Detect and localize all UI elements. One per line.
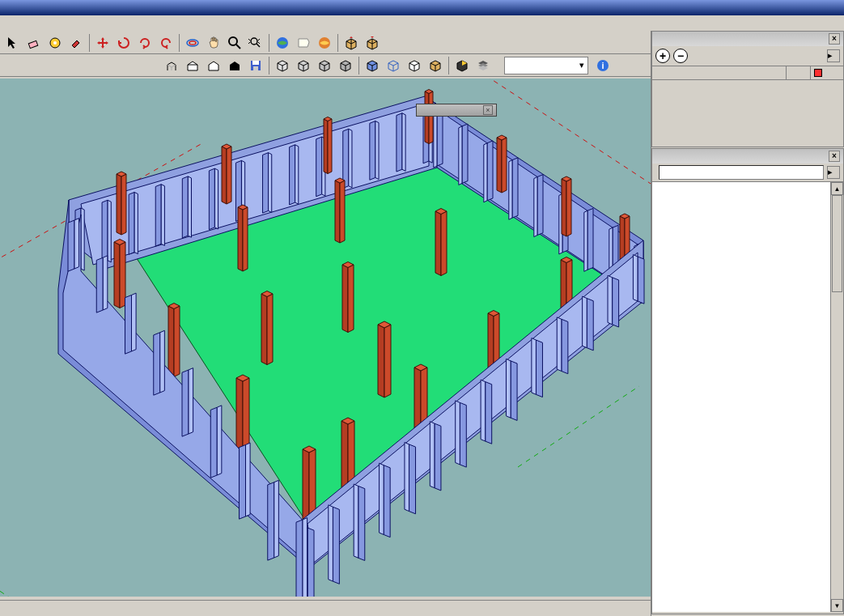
outliner-filter-row: ▸	[652, 164, 843, 181]
tool-zoom[interactable]	[225, 33, 244, 53]
style-hidden[interactable]	[204, 56, 223, 75]
svg-point-4	[189, 41, 196, 45]
style-shaded[interactable]	[225, 56, 244, 75]
svg-rect-13	[253, 66, 258, 70]
layer-selector[interactable]: ▾	[504, 57, 588, 74]
view-right[interactable]	[426, 56, 445, 75]
remove-layer-button[interactable]: −	[673, 49, 688, 63]
svg-line-8	[257, 44, 260, 47]
tool-orbit-cw[interactable]	[135, 33, 155, 53]
svg-line-19	[518, 386, 639, 467]
layer-select-input[interactable]	[511, 61, 576, 70]
style-wire[interactable]	[183, 56, 202, 75]
status-bar	[0, 600, 651, 616]
entity-info-panel[interactable]: ×	[416, 104, 497, 117]
layers-toolbar: + − ▸	[652, 46, 843, 66]
tool-zoom-extents[interactable]	[246, 33, 265, 53]
outliner-menu-button[interactable]: ▸	[827, 166, 840, 179]
separator	[269, 34, 269, 52]
right-sidebar: × + − ▸ × ▸ ▲	[651, 31, 844, 616]
tool-eraser[interactable]	[24, 33, 44, 53]
separator	[358, 57, 359, 74]
svg-point-2	[53, 41, 57, 45]
tool-tape[interactable]	[45, 33, 65, 53]
close-icon[interactable]: ×	[829, 151, 840, 162]
tool-paint[interactable]	[66, 33, 86, 53]
svg-line-18	[0, 564, 105, 597]
outliner-tree[interactable]: ▲ ▼	[652, 181, 843, 612]
outliner-panel: × ▸ ▲ ▼	[651, 148, 844, 614]
tool-pan[interactable]	[204, 33, 223, 53]
svg-point-5	[229, 37, 237, 45]
svg-point-3	[187, 40, 198, 46]
close-icon[interactable]: ×	[483, 105, 493, 115]
svg-point-7	[251, 38, 257, 45]
layers-header[interactable]	[652, 66, 843, 80]
menu-bar	[0, 15, 844, 32]
separator	[269, 57, 269, 74]
menu-window[interactable]	[26, 22, 36, 25]
menu-help[interactable]	[37, 22, 47, 25]
layers-header-visible[interactable]	[787, 66, 811, 79]
view-iso1[interactable]	[273, 56, 292, 75]
tool-pointer[interactable]	[3, 33, 23, 53]
svg-line-6	[236, 45, 240, 49]
view-iso3[interactable]	[315, 56, 334, 75]
dropdown-icon[interactable]: ▾	[579, 60, 584, 70]
scroll-thumb[interactable]	[832, 195, 842, 292]
tool-warehouse-get[interactable]	[273, 33, 292, 53]
layers-panel: × + − ▸	[651, 31, 844, 147]
tool-component-make[interactable]	[341, 33, 361, 53]
layers-header-name[interactable]	[652, 66, 787, 79]
view-iso4[interactable]	[336, 56, 355, 75]
add-layer-button[interactable]: +	[655, 49, 670, 63]
tool-warehouse-share[interactable]	[315, 33, 334, 53]
view-back[interactable]	[384, 56, 403, 75]
style-iso[interactable]	[162, 56, 181, 75]
tool-orbit-ccw[interactable]	[156, 33, 176, 53]
menu-tools[interactable]	[15, 22, 24, 25]
separator	[448, 57, 449, 74]
tool-component-break[interactable]	[363, 33, 382, 53]
layers-menu-button[interactable]: ▸	[827, 49, 840, 62]
scroll-down-icon[interactable]: ▼	[831, 599, 843, 612]
separator	[179, 34, 180, 52]
tool-render[interactable]	[294, 33, 313, 53]
separator	[89, 34, 90, 52]
tool-offset[interactable]	[183, 33, 202, 53]
close-icon[interactable]: ×	[829, 33, 840, 45]
scroll-up-icon[interactable]: ▲	[831, 182, 843, 195]
layers-header-color[interactable]	[811, 66, 843, 79]
menu-view[interactable]	[3, 22, 13, 25]
title-bar	[0, 0, 844, 15]
view-styled[interactable]	[452, 56, 472, 75]
tool-move[interactable]	[93, 33, 112, 53]
viewport-3d[interactable]	[0, 79, 651, 597]
separator	[337, 34, 338, 52]
view-front[interactable]	[363, 56, 382, 75]
svg-rect-12	[252, 61, 259, 65]
view-layers[interactable]	[473, 56, 493, 75]
svg-text:i: i	[601, 61, 604, 70]
layers-panel-title[interactable]: ×	[652, 32, 843, 46]
style-save[interactable]	[246, 56, 265, 75]
outliner-panel-title[interactable]: ×	[652, 149, 843, 164]
view-left[interactable]	[405, 56, 424, 75]
filter-input[interactable]	[659, 165, 824, 180]
layer-info-button[interactable]: i	[593, 56, 613, 75]
scrollbar[interactable]: ▲ ▼	[830, 182, 843, 612]
tool-rotate[interactable]	[114, 33, 134, 53]
view-iso2[interactable]	[294, 56, 313, 75]
svg-rect-0	[28, 40, 37, 48]
